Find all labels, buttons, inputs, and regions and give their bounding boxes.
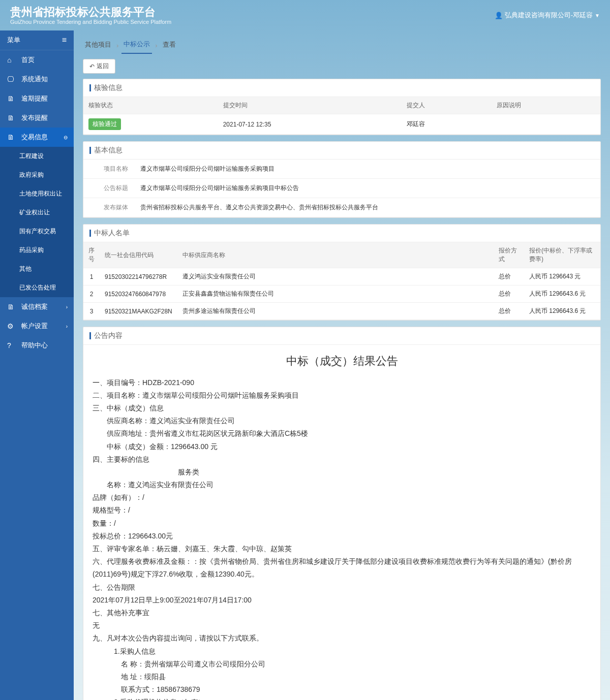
basic-panel: 基本信息 项目名称遵义市烟草公司绥阳分公司烟叶运输服务采购项目公告标题遵义市烟草… [83,141,601,218]
menu-title: 菜单 [7,36,20,45]
menu-label: 逾期提醒 [21,94,48,103]
sidebar-item[interactable]: 🗎逾期提醒 [0,89,74,108]
menu-icon: 🗎 [7,114,16,122]
menu-label: 帮助中心 [21,341,48,350]
chevron-right-icon: › [116,42,118,49]
undo-icon: ↶ [89,63,95,70]
platform-title-en: GuiZhou Province Tendering and Bidding P… [10,19,171,25]
announce-panel: 公告内容 中标（成交）结果公告 一、项目编号：HDZB-2021-090 二、项… [83,327,601,700]
status-badge: 核验通过 [88,118,121,130]
menu-icon: ⚙ [7,322,16,330]
col-reason: 原因说明 [492,97,600,114]
verify-panel: 核验信息 核验状态 提交时间 提交人 原因说明 核验通过 2021-07-12 … [83,79,601,135]
menu-icon: 🗎 [7,133,16,141]
sidebar-item[interactable]: ⌂首页 [0,50,74,70]
user-icon: 👤 [495,12,503,19]
expand-icon: › [66,304,68,310]
back-button[interactable]: ↶ 返回 [83,59,115,74]
verify-table: 核验状态 提交时间 提交人 原因说明 核验通过 2021-07-12 12:35… [83,97,600,135]
menu-label: 诚信档案 [21,302,48,311]
sidebar-subitem[interactable]: 国有产权交易 [0,222,74,241]
menu-header: 菜单 ≡ [0,30,74,50]
col-person: 提交人 [402,97,491,114]
crumb-1[interactable]: 其他项目 [83,37,113,53]
info-row: 项目名称遵义市烟草公司绥阳分公司烟叶运输服务采购项目 [83,160,600,179]
info-label: 项目名称 [83,160,134,178]
menu-label: 交易信息 [21,133,48,142]
info-value: 遵义市烟草公司绥阳分公司烟叶运输服务采购项目中标公告 [134,179,600,198]
announce-panel-title: 公告内容 [83,327,600,345]
col-header: 统一社会信用代码 [100,242,177,268]
sidebar-subitem[interactable]: 土地使用权出让 [0,184,74,203]
menu-icon: ? [7,341,16,349]
header-title: 贵州省招标投标公共服务平台 GuiZhou Province Tendering… [10,6,171,25]
sidebar-subitem[interactable]: 工程建设 [0,147,74,166]
expand-icon: ⊖ [64,135,68,140]
hamburger-icon[interactable]: ≡ [62,36,67,45]
crumb-2[interactable]: 中标公示 [121,37,152,54]
table-row: 391520321MAAKG2F28N贵州多途运输有限责任公司总价人民币 129… [83,303,600,320]
winners-table: 序号统一社会信用代码中标供应商名称报价方式报价(中标价、下浮率或费率) 1915… [83,242,600,320]
sidebar-item[interactable]: 🗎诚信档案› [0,297,74,316]
menu-label: 发布提醒 [21,113,48,122]
menu-label: 首页 [21,55,35,65]
sidebar-item[interactable]: ?帮助中心 [0,336,74,355]
expand-icon: › [66,324,68,329]
sidebar-item[interactable]: ⚙帐户设置› [0,316,74,336]
sidebar-item[interactable]: 🗎发布提醒 [0,108,74,128]
winners-panel-title: 中标人名单 [83,225,600,242]
winners-panel: 中标人名单 序号统一社会信用代码中标供应商名称报价方式报价(中标价、下浮率或费率… [83,224,601,321]
breadcrumb: 其他项目 › 中标公示 › 查看 [83,37,601,54]
menu-icon: ⌂ [7,56,16,64]
sidebar-item[interactable]: 🗎交易信息⊖ [0,128,74,147]
sidebar: 菜单 ≡ ⌂首页🖵系统通知🗎逾期提醒🗎发布提醒🗎交易信息⊖ 工程建设政府采购土地… [0,30,74,700]
menu-icon: 🖵 [7,75,16,83]
chevron-right-icon: › [155,42,157,49]
main-content: 其他项目 › 中标公示 › 查看 ↶ 返回 核验信息 核验状态 提交时间 提交人… [74,30,610,700]
sidebar-subitem[interactable]: 药品采购 [0,241,74,260]
announce-content: 中标（成交）结果公告 一、项目编号：HDZB-2021-090 二、项目名称：遵… [83,345,600,700]
table-row: 191520302214796278R遵义鸿运实业有限责任公司总价人民币 129… [83,268,600,285]
table-row: 核验通过 2021-07-12 12:35 邓廷容 [83,114,600,135]
sidebar-item[interactable]: 🖵系统通知 [0,70,74,89]
sidebar-subitem[interactable]: 矿业权出让 [0,203,74,222]
crumb-3: 查看 [161,37,178,53]
sidebar-subitem[interactable]: 已发公告处理 [0,278,74,297]
table-row: 2915203247660847978正安县鑫鑫货物运输有限责任公司总价人民币 … [83,285,600,303]
col-time: 提交时间 [218,97,402,114]
platform-title-cn: 贵州省招标投标公共服务平台 [10,6,171,19]
info-row: 公告标题遵义市烟草公司绥阳分公司烟叶运输服务采购项目中标公告 [83,179,600,198]
col-header: 报价方式 [494,242,524,268]
col-header: 报价(中标价、下浮率或费率) [524,242,600,268]
user-menu[interactable]: 👤 弘典建设咨询有限公司-邓廷容 ▼ [495,11,600,20]
info-label: 公告标题 [83,179,134,198]
caret-down-icon: ▼ [595,13,600,18]
menu-label: 系统通知 [21,75,48,84]
announce-heading: 中标（成交）结果公告 [93,351,591,371]
user-label: 弘典建设咨询有限公司-邓廷容 [505,11,593,20]
sidebar-subitem[interactable]: 政府采购 [0,166,74,184]
col-header: 序号 [83,242,100,268]
col-status: 核验状态 [83,97,218,114]
menu-icon: 🗎 [7,303,16,311]
header: 贵州省招标投标公共服务平台 GuiZhou Province Tendering… [0,0,610,30]
menu-icon: 🗎 [7,94,16,103]
sidebar-subitem[interactable]: 其他 [0,260,74,278]
info-value: 遵义市烟草公司绥阳分公司烟叶运输服务采购项目 [134,160,600,178]
verify-panel-title: 核验信息 [83,79,600,97]
basic-panel-title: 基本信息 [83,142,600,160]
info-label: 发布媒体 [83,198,134,217]
menu-label: 帐户设置 [21,322,48,331]
info-value: 贵州省招标投标公共服务平台、遵义市公共资源交易中心、贵州省招标投标公共服务平台 [134,198,600,217]
col-header: 中标供应商名称 [177,242,494,268]
info-row: 发布媒体贵州省招标投标公共服务平台、遵义市公共资源交易中心、贵州省招标投标公共服… [83,198,600,217]
